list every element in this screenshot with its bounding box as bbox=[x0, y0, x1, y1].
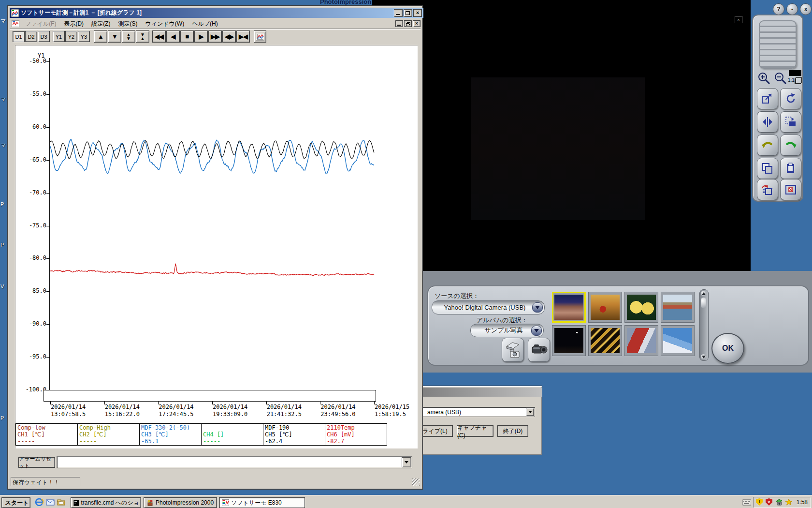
desktop-icon-label[interactable]: マ bbox=[0, 17, 6, 25]
child-restore-button[interactable] bbox=[404, 20, 412, 27]
thumbnail-cardinal-bird[interactable] bbox=[588, 292, 622, 323]
expand-vertical-button[interactable]: ▲▼ bbox=[122, 30, 135, 43]
y-tick-label: -100.0 bbox=[21, 386, 46, 393]
resize-grip[interactable] bbox=[412, 478, 420, 486]
scroll-down-icon[interactable] bbox=[701, 354, 706, 359]
toolbar-d1-button[interactable]: D1 bbox=[13, 31, 25, 42]
desktop-icon-label[interactable]: P bbox=[0, 242, 4, 248]
scroll-up-icon[interactable] bbox=[701, 291, 706, 296]
thumbnail-sky-clouds[interactable] bbox=[661, 325, 695, 356]
quicklaunch-mail-icon[interactable] bbox=[46, 498, 55, 508]
thumbnail-night-sky[interactable] bbox=[552, 325, 586, 356]
desktop-icon-label[interactable]: マ bbox=[0, 142, 6, 149]
camera-combobox[interactable]: amera (USB) bbox=[419, 407, 535, 417]
dropdown-arrow-icon[interactable] bbox=[402, 457, 411, 467]
capture-button[interactable]: キャプチャ(C) bbox=[457, 425, 493, 437]
close-frame-button[interactable] bbox=[780, 179, 801, 200]
ok-button[interactable]: OK bbox=[711, 333, 744, 364]
minimize-button[interactable]: - bbox=[786, 3, 798, 15]
copy-button[interactable] bbox=[757, 158, 778, 179]
rotate-button[interactable] bbox=[780, 88, 801, 109]
toolbar-y2-button[interactable]: Y2 bbox=[65, 31, 77, 42]
desktop-icon-label[interactable]: P bbox=[0, 415, 4, 421]
thumbnail-red-rock-spires[interactable] bbox=[552, 292, 586, 323]
video-camera-button[interactable] bbox=[528, 338, 550, 362]
menu-window[interactable]: ウィンドウ(W) bbox=[141, 18, 188, 29]
task-transfile-cmd[interactable]: transfile.cmd へのショート... bbox=[71, 497, 141, 508]
menu-setting[interactable]: 設定(Z) bbox=[87, 18, 114, 29]
exit-button[interactable]: 終了(D) bbox=[497, 425, 528, 437]
task-softthermo[interactable]: ソフトサーモ E830 bbox=[219, 497, 305, 508]
y-tick-mark bbox=[46, 193, 50, 194]
source-select-combobox[interactable]: Yahoo! Digital Camera (USB) bbox=[432, 300, 545, 314]
quicklaunch-ie-icon[interactable] bbox=[35, 498, 44, 508]
delete-button[interactable] bbox=[757, 179, 778, 200]
expand-horizontal-button[interactable]: ◀▶ bbox=[222, 30, 236, 43]
tray-star-icon[interactable] bbox=[785, 498, 793, 506]
close-preview-icon[interactable]: × bbox=[735, 16, 742, 23]
tray-camera-icon[interactable] bbox=[775, 498, 783, 506]
zoom-out-button[interactable] bbox=[772, 71, 789, 86]
menu-file[interactable]: ファイル(F) bbox=[21, 18, 60, 29]
shrink-horizontal-button[interactable]: ▶◀ bbox=[236, 30, 250, 43]
thumbnail-yellow-flowers[interactable] bbox=[624, 292, 658, 323]
dialog-titlebar[interactable] bbox=[417, 388, 542, 397]
maximize-button[interactable] bbox=[404, 9, 412, 17]
fast-rewind-button[interactable]: ◀◀ bbox=[152, 30, 166, 43]
undo-button[interactable] bbox=[757, 134, 778, 156]
panel-grip[interactable] bbox=[759, 20, 797, 69]
redo-button[interactable] bbox=[780, 134, 801, 156]
thumbnail-ship-bow-flag[interactable] bbox=[624, 325, 658, 356]
child-close-button[interactable]: × bbox=[413, 20, 420, 27]
minimize-button[interactable] bbox=[394, 9, 403, 17]
scroll-up-button[interactable]: ▲ bbox=[94, 30, 107, 43]
keyboard-layout-icon[interactable] bbox=[742, 499, 751, 508]
toolbar-d3-button[interactable]: D3 bbox=[38, 31, 50, 42]
thumbnail-harbor-village[interactable] bbox=[661, 292, 695, 323]
desktop-icon-label[interactable]: マ bbox=[0, 96, 6, 103]
alarm-reset-button[interactable]: アラームリセット bbox=[18, 457, 55, 468]
menu-measure[interactable]: 測定(S) bbox=[114, 18, 141, 29]
desktop-icon-label[interactable]: P bbox=[0, 201, 4, 207]
tray-error-shield-icon[interactable]: × bbox=[766, 498, 773, 506]
album-select-combobox[interactable]: サンプル写真 bbox=[470, 324, 544, 337]
resize-button[interactable] bbox=[757, 88, 778, 109]
rewind-button[interactable]: ◀ bbox=[166, 30, 180, 43]
dropdown-arrow-icon[interactable] bbox=[526, 408, 534, 416]
y-tick-mark bbox=[46, 258, 50, 259]
scroll-down-button[interactable]: ▼ bbox=[108, 30, 121, 43]
graph-view-button[interactable] bbox=[254, 30, 266, 43]
toolbar-d2-button[interactable]: D2 bbox=[25, 31, 37, 42]
forward-button[interactable]: ▶ bbox=[194, 30, 208, 43]
alarm-combobox[interactable] bbox=[57, 456, 412, 468]
fit-window-icon[interactable] bbox=[796, 77, 802, 83]
stop-button[interactable]: ■ bbox=[180, 30, 194, 43]
scanner-camera-button[interactable] bbox=[502, 338, 524, 362]
paste-button[interactable] bbox=[780, 158, 801, 179]
tray-clock[interactable]: 1:58 bbox=[797, 499, 808, 506]
scrollbar-thumb[interactable] bbox=[701, 298, 706, 308]
start-button[interactable]: スタート bbox=[1, 497, 30, 508]
toolbar-y1-button[interactable]: Y1 bbox=[53, 31, 65, 42]
zoom-in-button[interactable] bbox=[756, 71, 772, 86]
desktop-icon-label[interactable]: V bbox=[0, 284, 4, 289]
toolbar-y3-button[interactable]: Y3 bbox=[78, 31, 90, 42]
close-button[interactable]: x bbox=[800, 3, 812, 15]
thermo-titlebar[interactable]: ソフトサーモ計測－計測1 － [折れ線グラフ 1] × bbox=[10, 8, 423, 18]
dropdown-arrow-icon[interactable] bbox=[532, 302, 543, 313]
menu-help[interactable]: ヘルプ(H) bbox=[188, 18, 222, 29]
tray-alert-shield-icon[interactable] bbox=[756, 498, 764, 506]
menu-view[interactable]: 表示(D) bbox=[60, 18, 87, 29]
fast-forward-button[interactable]: ▶▶ bbox=[208, 30, 222, 43]
task-photoimpression[interactable]: PhotoImpression 2000 bbox=[144, 497, 217, 508]
dropdown-arrow-icon[interactable] bbox=[531, 326, 542, 336]
flip-horizontal-button[interactable] bbox=[757, 111, 778, 133]
child-minimize-button[interactable] bbox=[395, 20, 403, 27]
thumbnail-scrollbar[interactable] bbox=[699, 289, 709, 361]
quicklaunch-desktop-icon[interactable] bbox=[57, 498, 66, 508]
shrink-vertical-button[interactable]: ▼▲ bbox=[136, 30, 149, 43]
help-button[interactable]: ? bbox=[773, 3, 784, 15]
thumbnail-gold-weave[interactable] bbox=[588, 325, 622, 356]
orientation-button[interactable] bbox=[780, 111, 801, 133]
close-button[interactable]: × bbox=[413, 9, 422, 17]
